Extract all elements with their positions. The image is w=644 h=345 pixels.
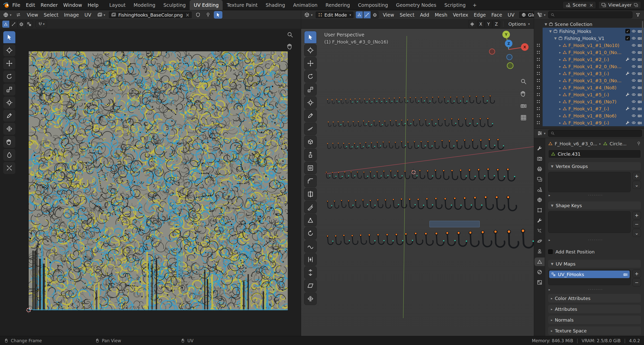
breadcrumb-object[interactable]: F_Hook_v6_#3_0... [555,141,597,146]
disclosure-collapsed-icon[interactable]: ▸ [559,121,561,124]
outliner-row-object[interactable]: ▸ F_Hook_v1_#3_(-) [534,70,644,77]
viewport-tool-button[interactable] [304,214,317,227]
workspace-tab[interactable]: Shading [262,0,289,10]
object-name[interactable]: F_Hook_v1_#2_0_(No14) [569,64,622,69]
properties-section-collapsed[interactable]: ▸ Color Attributes [548,294,641,303]
topbar-menu-item[interactable]: Render [38,2,61,8]
collection-checkbox[interactable]: ✓ [625,29,630,33]
hide-viewport-toggle[interactable] [631,120,636,125]
properties-section-collapsed[interactable]: ▸ Normals [548,316,641,324]
disclosure-collapsed-icon[interactable]: ▸ [559,93,561,96]
uv-maps-list[interactable]: UV_FiHooks [548,270,631,285]
outliner-row-scene-collection[interactable]: ▼ Scene Collection [534,21,644,28]
modifier-wrench-icon[interactable] [625,120,630,125]
topbar-menu-item[interactable]: File [10,2,23,8]
outliner-row-object[interactable]: ▸ F_Hook_v1_#4_(No8) [534,84,644,91]
outliner-row-object[interactable]: ▸ F_Hook_v1_#1_0_(No12) [534,49,644,56]
mirror-x-button[interactable]: X [477,20,485,28]
viewport-tool-button[interactable] [304,149,317,161]
object-name[interactable]: F_Hook_v1_#3_(-) [569,71,609,76]
disclosure-collapsed-icon[interactable]: ▸ [559,44,561,47]
outliner-row-object[interactable]: ▸ F_Hook_v1_#9_(-) [534,119,644,126]
mirror-button[interactable] [468,20,476,28]
pin-id-icon[interactable] [636,141,641,146]
disable-render-toggle[interactable] [637,57,642,62]
hide-viewport-toggle[interactable] [631,106,636,111]
viewport-tool-button[interactable] [304,57,317,70]
shape-key-specials-button[interactable]: ⌄ [632,229,641,237]
workspace-tab[interactable]: Scripting [440,0,470,10]
outliner-filter-button[interactable] [634,11,642,19]
properties-tab[interactable] [535,165,545,173]
list-grip[interactable]: ▸ ········ [548,238,641,242]
viewport-tool-button[interactable] [304,122,317,135]
disclosure-collapsed-icon[interactable]: ▸ [559,86,561,89]
outliner-search-input[interactable] [548,11,632,18]
collection-checkbox[interactable]: ✓ [625,36,630,40]
disclosure-collapsed-icon[interactable]: ▸ [559,58,561,61]
uv-menu-item[interactable]: Select [41,12,61,18]
disable-render-toggle[interactable] [637,85,642,90]
uv-select-mode-button[interactable] [25,20,33,28]
hide-viewport-toggle[interactable] [631,64,636,69]
viewport-menu-item[interactable]: Vertex [450,12,471,18]
disable-render-toggle[interactable] [637,29,642,33]
disable-render-toggle[interactable] [637,99,642,104]
hide-viewport-toggle[interactable] [631,71,636,76]
uv-editor-type-button[interactable]: ▾ [2,12,13,18]
uv-menu-item[interactable]: Image [61,12,82,18]
workspace-tab[interactable]: Animation [289,0,321,10]
properties-tab[interactable] [535,227,545,235]
mirror-z-button[interactable]: Z [493,20,500,28]
add-rest-position-checkbox[interactable] [548,249,553,254]
remove-shape-key-button[interactable]: − [632,220,641,228]
uv-tool-button[interactable] [3,57,16,70]
modifier-wrench-icon[interactable] [625,92,630,97]
viewport-tool-button[interactable] [304,240,317,253]
viewport-tool-button[interactable] [304,44,317,57]
hide-viewport-toggle[interactable] [631,92,636,97]
shape-keys-list[interactable] [548,211,631,233]
disable-render-toggle[interactable] [637,36,642,40]
viewport-render[interactable] [301,29,534,336]
properties-tab[interactable] [535,144,545,153]
disable-render-toggle[interactable] [637,92,642,97]
properties-search-input[interactable] [548,130,642,137]
topbar-menu-item[interactable]: Help [85,2,101,8]
uv-select-mode-button[interactable] [2,20,10,28]
breadcrumb-data[interactable]: Circle... [610,141,627,146]
topbar-menu-item[interactable]: Window [60,2,85,8]
orthographic-toggle-icon[interactable] [520,114,527,121]
viewport-editor-type-button[interactable]: ▾ [303,12,314,18]
outliner-row-object[interactable]: ▸ F_Hook_v1_#2_(-) [534,56,644,63]
uv-canvas[interactable] [0,29,301,336]
disclosure-collapsed-icon[interactable]: ▸ [559,72,561,75]
mirror-y-button[interactable]: Y [485,20,492,28]
add-shape-key-button[interactable]: + [632,211,641,219]
disclosure-expanded-icon[interactable]: ▼ [554,37,557,40]
workspace-tab[interactable]: Layout [105,0,130,10]
disable-render-toggle[interactable] [637,78,642,83]
outliner-row-collection[interactable]: ▼ Fishing_Hooks ✓ [534,28,644,35]
mesh-select-mode-button[interactable] [371,11,379,19]
properties-tab[interactable] [535,257,545,266]
workspace-tab[interactable]: Rendering [321,0,354,10]
properties-section-collapsed[interactable]: ▸ Texture Space [548,326,641,335]
pan-hand-icon[interactable] [287,43,293,50]
add-uv-map-button[interactable]: + [632,270,641,278]
workspace-tab[interactable]: Compositing [354,0,392,10]
mesh-select-mode-button[interactable] [355,11,363,19]
unlink-image-button[interactable]: × [185,12,189,18]
viewport-tool-button[interactable] [304,279,317,292]
uv-menu-item[interactable]: UV [82,12,94,18]
viewport-tool-button[interactable] [304,292,317,305]
modifier-wrench-icon[interactable] [625,71,630,76]
hide-viewport-toggle[interactable] [631,113,636,118]
properties-tab[interactable] [535,278,545,287]
fake-user-toggle[interactable] [194,11,202,19]
properties-tab[interactable] [535,196,545,204]
gizmo-x-neg[interactable] [489,49,495,54]
viewport-tool-button[interactable] [304,175,317,187]
object-name[interactable]: F_Hook_v1_#6_(No7) [569,99,617,104]
object-name[interactable]: F_Hook_v1_#1_0_(No12) [569,50,622,55]
